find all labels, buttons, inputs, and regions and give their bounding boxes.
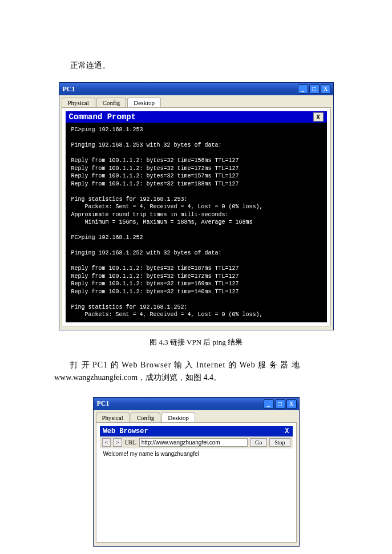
tab-desktop-2[interactable]: Desktop xyxy=(161,413,195,422)
command-prompt-title: Command Prompt xyxy=(69,112,136,122)
mid-paragraph-line2: www.wangzhuangfei.com，成功浏览，如图 4.4。 xyxy=(54,371,338,384)
document-page: 正常连通。 PC1 _ □ X Physical Config Desktop … xyxy=(0,0,392,554)
tab-desktop[interactable]: Desktop xyxy=(127,98,161,107)
url-label: URL xyxy=(124,439,137,446)
desktop-panel: Command Prompt X PC>ping 192.168.1.253 P… xyxy=(62,107,331,326)
back-button[interactable]: < xyxy=(102,438,111,447)
maximize-icon[interactable]: □ xyxy=(275,399,285,409)
close-icon[interactable]: X xyxy=(321,84,331,94)
mid-paragraph-line1: 打 开 PC1 的 Web Browser 输 入 Internet 的 Web… xyxy=(54,359,338,371)
maximize-icon[interactable]: □ xyxy=(309,84,320,94)
desktop-panel-2: Web Browser X < > URL Go Stop Welcome! m… xyxy=(96,422,297,543)
tab-physical-2[interactable]: Physical xyxy=(96,413,130,422)
url-input[interactable] xyxy=(139,438,248,447)
terminal-output[interactable]: PC>ping 192.168.1.253 Pinging 192.168.1.… xyxy=(66,123,327,322)
go-button[interactable]: Go xyxy=(250,438,267,447)
minimize-icon[interactable]: _ xyxy=(298,84,308,94)
window-controls-2: _ □ X xyxy=(264,399,297,409)
tab-physical[interactable]: Physical xyxy=(62,98,95,107)
tab-bar: Physical Config Desktop xyxy=(59,95,333,107)
figure-4-3-caption: 图 4.3 链接 VPN 后 ping 结果 xyxy=(54,337,338,347)
forward-button[interactable]: > xyxy=(113,438,122,447)
web-page-content: Welcome! my name is wangzhuangfei xyxy=(100,448,293,539)
figure-4-3: PC1 _ □ X Physical Config Desktop Comman… xyxy=(54,82,338,347)
window-title-2: PC1 xyxy=(96,399,110,408)
stop-button[interactable]: Stop xyxy=(269,438,290,447)
minimize-icon[interactable]: _ xyxy=(264,399,274,409)
pc1-window-2: PC1 _ □ X Physical Config Desktop Web Br… xyxy=(93,397,300,547)
tab-config-2[interactable]: Config xyxy=(131,413,161,422)
web-browser-close-icon[interactable]: X xyxy=(285,427,289,435)
url-toolbar: < > URL Go Stop xyxy=(100,436,293,448)
window-title: PC1 xyxy=(62,85,75,94)
figure-4-4: PC1 _ □ X Physical Config Desktop Web Br… xyxy=(54,397,338,554)
tab-bar-2: Physical Config Desktop xyxy=(94,410,299,422)
close-icon[interactable]: X xyxy=(286,399,297,409)
intro-paragraph: 正常连通。 xyxy=(54,59,338,72)
web-browser-titlebar: Web Browser X xyxy=(100,426,293,436)
tab-config[interactable]: Config xyxy=(96,98,127,107)
command-prompt-titlebar: Command Prompt X xyxy=(66,111,327,123)
web-browser-title: Web Browser xyxy=(103,427,148,435)
window-titlebar: PC1 _ □ X xyxy=(59,83,333,95)
command-prompt-close-icon[interactable]: X xyxy=(313,112,324,122)
window-titlebar-2: PC1 _ □ X xyxy=(94,398,299,410)
pc1-window: PC1 _ □ X Physical Config Desktop Comman… xyxy=(59,82,334,330)
window-controls: _ □ X xyxy=(298,84,331,94)
